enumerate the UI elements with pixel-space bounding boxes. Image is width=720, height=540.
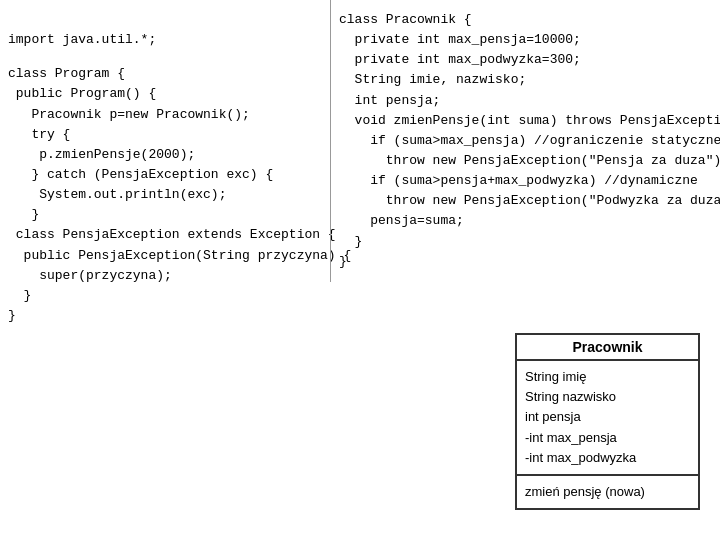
right-code-panel: class Pracownik { private int max_pensja… (330, 0, 720, 282)
code-line-class-pensja: class PensjaException extends Exception … (8, 225, 322, 245)
uml-field-5: -int max_podwyzka (525, 448, 690, 468)
code-line-pensja-constructor: public PensjaException(String przyczyna)… (8, 246, 322, 266)
code-line-println: System.out.println(exc); (8, 185, 322, 205)
code-line-throw-podwyzka: throw new PensjaException("Podwyzka za d… (339, 191, 712, 211)
code-line-close-catch: } (8, 205, 322, 225)
code-line-close-program: } (8, 306, 322, 326)
code-line-import: import java.util.*; (8, 30, 322, 50)
uml-field-3: int pensja (525, 407, 690, 427)
code-line-close-void: } (339, 232, 712, 252)
uml-method-1: zmień pensję (nowa) (525, 482, 690, 502)
code-line-try: try { (8, 125, 322, 145)
code-line-class-pracownik: class Pracownik { (339, 10, 712, 30)
code-line-if-podwyzka: if (suma>pensja+max_podwyzka) //dynamicz… (339, 171, 712, 191)
code-line-void-zmien: void zmienPensje(int suma) throws Pensja… (339, 111, 712, 131)
code-line-if-max: if (suma>max_pensja) //ograniczenie stat… (339, 131, 712, 151)
code-line-string-fields: String imie, nazwisko; (339, 70, 712, 90)
code-line-zmien: p.zmienPensje(2000); (8, 145, 322, 165)
code-line-super: super(przyczyna); (8, 266, 322, 286)
uml-field-2: String nazwisko (525, 387, 690, 407)
code-line-class-program: class Program { (8, 64, 322, 84)
code-line-max-podwyzka: private int max_podwyzka=300; (339, 50, 712, 70)
code-line-pracownik: Pracownik p=new Pracownik(); (8, 105, 322, 125)
uml-fields-section: String imię String nazwisko int pensja -… (517, 361, 698, 476)
left-code-panel: import java.util.*; class Program { publ… (0, 0, 330, 336)
uml-class-name: Pracownik (517, 335, 698, 361)
code-line-int-pensja: int pensja; (339, 91, 712, 111)
uml-field-4: -int max_pensja (525, 428, 690, 448)
code-line-max-pensja: private int max_pensja=10000; (339, 30, 712, 50)
uml-field-1: String imię (525, 367, 690, 387)
code-line-1 (8, 10, 322, 30)
code-line-close-pracownik: } (339, 252, 712, 272)
uml-methods-section: zmień pensję (nowa) (517, 476, 698, 508)
code-line-throw-pensja: throw new PensjaException("Pensja za duz… (339, 151, 712, 171)
code-line-catch: } catch (PensjaException exc) { (8, 165, 322, 185)
code-line-close-pensja: } (8, 286, 322, 306)
uml-class-diagram: Pracownik String imię String nazwisko in… (515, 333, 700, 510)
code-line-pensja-suma: pensja=suma; (339, 211, 712, 231)
code-line-constructor: public Program() { (8, 84, 322, 104)
